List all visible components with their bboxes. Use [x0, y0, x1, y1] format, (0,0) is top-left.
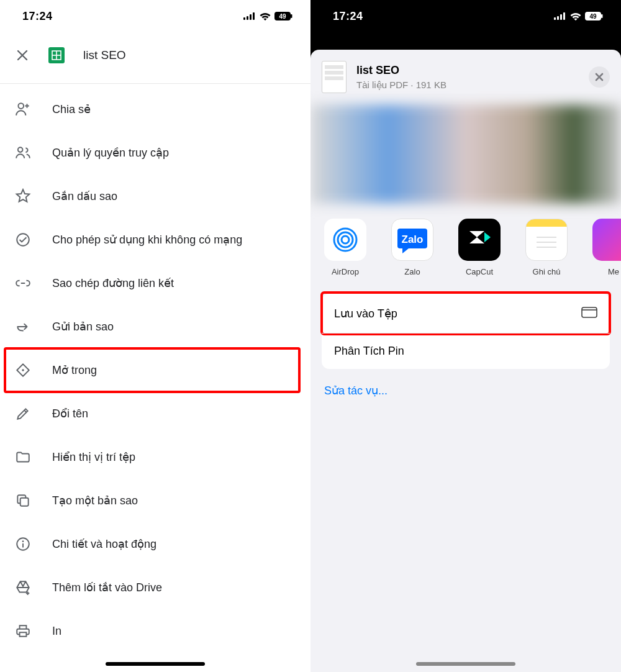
menu-item-copy[interactable]: Tạo một bản sao — [0, 479, 310, 522]
share-apps-row: AirDropZaloZaloCapCutGhi chúMe — [310, 212, 621, 288]
wifi-icon — [260, 12, 271, 20]
menu-item-label: Gửi bản sao — [52, 320, 114, 334]
person-add-icon — [15, 101, 31, 117]
share-app-more[interactable]: Me — [590, 219, 621, 276]
share-app-zalo[interactable]: ZaloZalo — [389, 219, 436, 276]
share-subtitle: Tài liệu PDF · 191 KB — [356, 79, 579, 91]
menu-item-pencil[interactable]: Đổi tên — [0, 392, 310, 435]
menu-item-open-in[interactable]: Mở trong — [0, 348, 310, 392]
status-bar: 17:24 49 — [310, 0, 621, 32]
menu-item-label: Quản lý quyền truy cập — [52, 146, 169, 160]
share-app-label: Ghi chú — [533, 267, 561, 276]
close-button[interactable] — [589, 66, 610, 88]
svg-point-10 — [17, 234, 29, 246]
close-icon[interactable] — [15, 48, 30, 63]
share-action-0[interactable]: Lưu vào Tệp — [322, 294, 610, 333]
share-action-1[interactable]: Phân Tích Pin — [322, 333, 610, 369]
share-title: list SEO — [356, 64, 579, 77]
menu-item-label: Đổi tên — [52, 407, 88, 420]
share-action-label: Lưu vào Tệp — [334, 307, 397, 320]
home-indicator — [416, 662, 515, 666]
battery-icon: 49 — [274, 12, 293, 20]
menu-item-label: Hiển thị vị trí tệp — [52, 450, 135, 464]
people-icon — [15, 145, 31, 161]
signal-icon — [554, 12, 566, 20]
airdrop-icon — [324, 219, 366, 261]
svg-rect-3 — [253, 12, 255, 20]
share-preview-row[interactable] — [310, 104, 621, 204]
menu-item-link[interactable]: Sao chép đường liên kết — [0, 261, 310, 305]
home-indicator — [106, 662, 205, 666]
offline-icon — [15, 232, 31, 248]
share-app-airdrop[interactable]: AirDrop — [322, 219, 369, 276]
menu-item-label: Chia sẻ — [52, 102, 91, 116]
share-action-label: Phân Tích Pin — [334, 345, 404, 358]
svg-point-22 — [342, 236, 349, 243]
zalo-icon: Zalo — [391, 219, 433, 261]
svg-point-11 — [22, 369, 24, 371]
share-actions-list: Lưu vào TệpPhân Tích Pin — [322, 294, 610, 369]
svg-rect-2 — [250, 14, 252, 20]
menu-item-info[interactable]: Chi tiết và hoạt động — [0, 522, 310, 566]
share-app-notes[interactable]: Ghi chú — [523, 219, 570, 276]
status-time: 17:24 — [22, 10, 53, 23]
left-pane: 17:24 49 list SEO Chia sẻQuản lý quyền t… — [0, 0, 310, 672]
menu-list: Chia sẻQuản lý quyền truy cậpGắn dấu sao… — [0, 84, 310, 653]
svg-rect-1 — [247, 16, 248, 20]
drive-shortcut-icon — [15, 579, 31, 596]
document-thumbnail — [322, 61, 347, 93]
document-title: list SEO — [83, 48, 126, 62]
print-icon — [15, 623, 31, 639]
menu-item-label: Sao chép đường liên kết — [52, 276, 174, 290]
highlight-box — [4, 347, 301, 393]
menu-item-label: Cho phép sử dụng khi không có mạng — [52, 233, 242, 247]
menu-item-person-add[interactable]: Chia sẻ — [0, 88, 310, 131]
svg-rect-17 — [560, 14, 562, 20]
status-time: 17:24 — [333, 10, 363, 23]
menu-item-drive-shortcut[interactable]: Thêm lối tắt vào Drive — [0, 566, 310, 609]
svg-text:49: 49 — [279, 13, 286, 20]
menu-item-people[interactable]: Quản lý quyền truy cập — [0, 131, 310, 175]
status-bar: 17:24 49 — [0, 0, 310, 32]
menu-item-label: Chi tiết và hoạt động — [52, 537, 156, 551]
menu-item-label: In — [52, 625, 61, 638]
svg-point-14 — [22, 540, 24, 542]
menu-item-label: Tạo một bản sao — [52, 494, 138, 507]
svg-text:Zalo: Zalo — [402, 234, 424, 245]
menu-item-print[interactable]: In — [0, 609, 310, 653]
share-sheet: list SEO Tài liệu PDF · 191 KB AirDropZa… — [310, 50, 621, 672]
svg-rect-29 — [582, 307, 597, 317]
share-app-label: Me — [608, 267, 619, 276]
svg-rect-12 — [20, 498, 29, 506]
svg-rect-18 — [563, 12, 565, 20]
share-app-label: AirDrop — [332, 267, 359, 276]
share-title-block: list SEO Tài liệu PDF · 191 KB — [356, 64, 579, 91]
share-app-label: Zalo — [404, 267, 420, 276]
svg-rect-16 — [557, 16, 559, 20]
open-in-icon — [15, 362, 31, 378]
menu-item-offline[interactable]: Cho phép sử dụng khi không có mạng — [0, 218, 310, 261]
share-app-capcut[interactable]: CapCut — [456, 219, 503, 276]
menu-item-folder[interactable]: Hiển thị vị trí tệp — [0, 435, 310, 479]
battery-icon: 49 — [585, 12, 604, 20]
menu-item-label: Mở trong — [52, 363, 97, 377]
signal-icon — [243, 12, 256, 20]
link-icon — [15, 275, 31, 291]
share-header: list SEO Tài liệu PDF · 191 KB — [310, 50, 621, 104]
forward-icon — [15, 319, 31, 335]
menu-item-forward[interactable]: Gửi bản sao — [0, 305, 310, 348]
edit-actions-link[interactable]: Sửa tác vụ... — [310, 369, 621, 412]
sheets-icon — [48, 47, 65, 63]
info-icon — [15, 536, 31, 552]
folder-icon — [15, 449, 31, 465]
star-icon — [15, 188, 31, 204]
wifi-icon — [570, 12, 581, 20]
svg-point-23 — [338, 232, 353, 247]
copy-icon — [15, 493, 31, 509]
more-icon — [592, 219, 621, 261]
capcut-icon — [458, 219, 501, 261]
document-header: list SEO — [0, 32, 310, 84]
svg-text:49: 49 — [589, 13, 597, 20]
menu-item-star[interactable]: Gắn dấu sao — [0, 175, 310, 218]
status-indicators: 49 — [243, 12, 293, 20]
